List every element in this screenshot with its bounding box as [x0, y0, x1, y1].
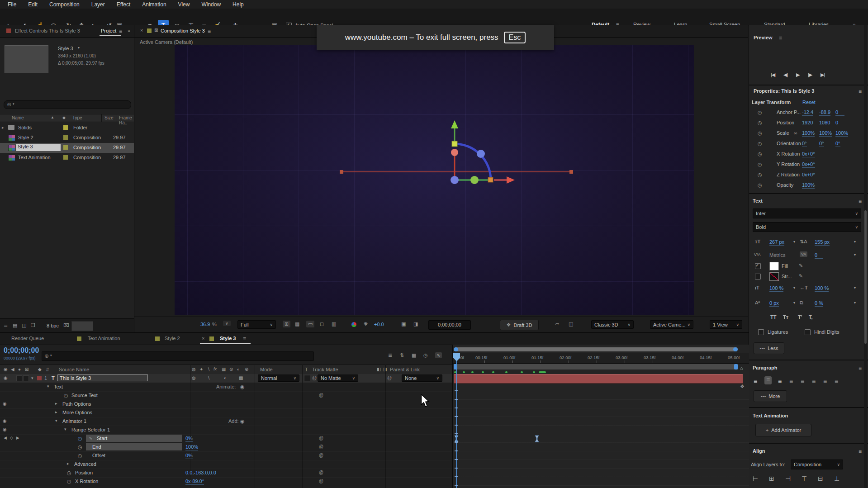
small-caps-button[interactable]: Tт	[783, 314, 788, 320]
timeline-search-input[interactable]: ◎ ▾	[42, 351, 314, 361]
align-top-icon[interactable]: ⊤	[802, 475, 807, 482]
label-color-chip[interactable]	[63, 135, 68, 141]
next-keyframe-icon[interactable]: ▶	[16, 436, 19, 440]
preserve-transparency-cell[interactable]	[304, 375, 310, 381]
sort-ascending-icon[interactable]: ▲	[51, 115, 54, 119]
column-type[interactable]: Type	[72, 115, 82, 120]
label-color-chip[interactable]	[63, 155, 68, 161]
timeline-row-more-options[interactable]: ▸ More Options	[0, 408, 452, 417]
baseline-shift-value[interactable]: 0 px	[769, 300, 779, 307]
project-flowchart-icon[interactable]: ≣	[4, 322, 8, 328]
font-family-dropdown[interactable]: Inter∨	[753, 208, 861, 218]
close-tab-icon[interactable]: ×	[202, 336, 204, 341]
vertical-scale-dropdown-icon[interactable]: ▾	[793, 286, 795, 290]
exposure-reset-icon[interactable]: ❋	[364, 321, 368, 327]
align-to-dropdown[interactable]: Composition∨	[791, 460, 843, 469]
stroke-checkbox[interactable]	[755, 274, 761, 280]
comp-button-icon[interactable]: ❖	[740, 384, 745, 389]
item-name[interactable]: Solids	[18, 125, 32, 130]
tracking-dropdown-icon[interactable]: ▾	[854, 253, 856, 257]
stopwatch-icon[interactable]: ◷	[758, 130, 762, 136]
menu-item-animation[interactable]: Animation	[136, 1, 172, 8]
first-frame-button[interactable]: |◀	[771, 72, 775, 78]
fill-color-swatch[interactable]	[769, 262, 779, 270]
y-rotation-value[interactable]: 0x+0°	[802, 161, 815, 168]
more-button[interactable]: ••• More	[754, 390, 787, 402]
less-button[interactable]: ••• Less	[754, 342, 784, 354]
stopwatch-icon[interactable]: ◷	[67, 470, 71, 476]
bit-depth-button[interactable]: 8 bpc	[47, 323, 59, 328]
lock-cell[interactable]	[23, 375, 29, 381]
y-axis-handle[interactable]	[452, 141, 457, 147]
group-label[interactable]: Animator 1	[62, 418, 86, 424]
view-dropdown[interactable]: Active Came...∨	[650, 320, 693, 329]
align-left-icon[interactable]: ⊢	[753, 475, 758, 482]
frame-blend-icon[interactable]: ▦	[412, 352, 416, 358]
rotation-arc[interactable]	[455, 144, 491, 180]
position-y-value[interactable]: 1080	[819, 120, 830, 126]
layer-expander-icon[interactable]: ▾	[31, 376, 33, 380]
track-matte-column[interactable]: Track Matte	[312, 367, 338, 372]
font-style-dropdown[interactable]: Bold∨	[753, 222, 861, 232]
timeline-row-start[interactable]: ◀ ◇ ▶ ◷ ∿ Start 0% @	[0, 434, 452, 443]
visibility-icon[interactable]: ◉	[3, 427, 7, 432]
x-axis-arrowhead[interactable]	[507, 176, 515, 184]
menu-item-window[interactable]: Window	[195, 1, 227, 8]
paragraph-justify-last-left-icon[interactable]: ≡	[789, 378, 793, 385]
stopwatch-icon[interactable]: ◷	[758, 172, 762, 178]
fill-checkbox[interactable]	[755, 263, 761, 269]
x-axis-handle[interactable]	[488, 177, 493, 182]
pickwhip-icon[interactable]: @	[319, 393, 323, 398]
comp-mini-flowchart-icon[interactable]: ≣	[388, 352, 392, 358]
show-snapshot-icon[interactable]: ◨	[413, 321, 418, 327]
group-label[interactable]: Text	[54, 384, 63, 389]
menu-item-composition[interactable]: Composition	[43, 1, 85, 8]
timeline-row-source-text[interactable]: ◷ Source Text @	[0, 391, 452, 400]
tab-style-2[interactable]: Style 2	[165, 336, 180, 341]
tab-effect-controls[interactable]: Effect Controls This Is Style 3	[15, 28, 80, 33]
properties-menu-icon[interactable]: ≡	[859, 88, 862, 95]
align-menu-icon[interactable]: ≡	[859, 448, 862, 455]
tab-render-queue[interactable]: Render Queue	[11, 336, 44, 341]
timeline-row-end[interactable]: ◷ End 100% @	[0, 443, 452, 452]
draft-3d-toggle-icon[interactable]: ⇅	[400, 352, 404, 358]
lock-icon[interactable]: ⊠	[154, 28, 158, 33]
column-size[interactable]: Size	[104, 115, 113, 120]
stroke-color-swatch[interactable]	[769, 272, 779, 281]
group-label[interactable]: More Options	[62, 410, 92, 415]
link-icon[interactable]: ∞	[794, 130, 797, 136]
composition-viewport[interactable]	[175, 45, 694, 315]
view-layout-icon[interactable]: ▥	[332, 321, 336, 327]
orientation-z-value[interactable]: 0°	[835, 141, 840, 147]
graph-editor-icon[interactable]: ∿	[435, 352, 442, 358]
paragraph-menu-icon[interactable]: ≡	[859, 365, 862, 371]
layer-duration-bar[interactable]	[454, 374, 743, 384]
last-frame-button[interactable]: ▶|	[821, 72, 825, 78]
property-label[interactable]: Offset	[92, 453, 105, 458]
comp-panel-menu-icon[interactable]: ≡	[208, 28, 211, 34]
scale-y-value[interactable]: 100%	[819, 130, 832, 137]
tab-composition-title[interactable]: Composition Style 3	[161, 28, 205, 33]
paragraph-align-center-icon[interactable]: ≡	[764, 376, 772, 384]
anchor-point-handle[interactable]	[451, 176, 459, 184]
anchor-y-value[interactable]: -88.9	[819, 109, 830, 116]
scale-z-value[interactable]: 100%	[835, 130, 848, 137]
add-animator-button[interactable]: + Add Animator	[755, 424, 811, 436]
project-panel-menu-icon[interactable]: ≡	[119, 28, 122, 34]
item-name[interactable]: Style 2	[18, 135, 33, 140]
layer-visibility-icon[interactable]: ◉	[4, 375, 8, 380]
timeline-h-scrollbar[interactable]	[454, 347, 738, 351]
work-area-end-handle[interactable]	[734, 364, 738, 370]
time-ruler[interactable]: 0:00f 00:15f 01:00f 01:15f 02:00f 02:15f…	[453, 353, 749, 364]
column-name[interactable]: Name	[12, 115, 24, 120]
current-time-display[interactable]: 0;00;00;00	[4, 346, 39, 355]
stopwatch-icon[interactable]: ◷	[758, 141, 762, 147]
timeline-menu-icon[interactable]: ≡	[243, 336, 246, 342]
add-button[interactable]: ◉	[240, 418, 245, 424]
menu-item-layer[interactable]: Layer	[85, 1, 111, 8]
timeline-row-animator-1[interactable]: ◉ ▾ Animator 1 Add: ◉	[0, 417, 452, 426]
offset-value[interactable]: 0%	[185, 453, 193, 459]
tab-project[interactable]: Project	[101, 28, 116, 33]
transform-gizmo[interactable]	[337, 115, 577, 188]
menu-item-help[interactable]: Help	[227, 1, 250, 8]
